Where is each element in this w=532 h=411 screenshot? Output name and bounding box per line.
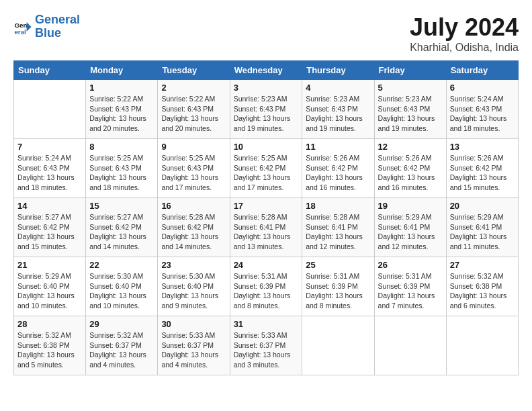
- day-info: Sunrise: 5:23 AM Sunset: 6:43 PM Dayligh…: [306, 94, 370, 134]
- month-title: July 2024: [410, 13, 519, 42]
- day-number: 3: [234, 83, 299, 93]
- calendar-cell: 28Sunrise: 5:32 AM Sunset: 6:38 PM Dayli…: [14, 316, 86, 375]
- day-info: Sunrise: 5:31 AM Sunset: 6:39 PM Dayligh…: [234, 271, 299, 311]
- day-number: 14: [17, 201, 82, 211]
- calendar-cell: 9Sunrise: 5:25 AM Sunset: 6:43 PM Daylig…: [158, 139, 230, 198]
- calendar-cell: 24Sunrise: 5:31 AM Sunset: 6:39 PM Dayli…: [230, 257, 302, 316]
- day-info: Sunrise: 5:32 AM Sunset: 6:38 PM Dayligh…: [450, 271, 515, 311]
- day-number: 21: [17, 260, 82, 270]
- calendar-cell: 7Sunrise: 5:24 AM Sunset: 6:43 PM Daylig…: [14, 139, 86, 198]
- day-number: 20: [450, 201, 515, 211]
- day-number: 6: [450, 83, 515, 93]
- day-info: Sunrise: 5:31 AM Sunset: 6:39 PM Dayligh…: [306, 271, 370, 311]
- calendar-cell: 19Sunrise: 5:29 AM Sunset: 6:41 PM Dayli…: [374, 198, 446, 257]
- day-info: Sunrise: 5:31 AM Sunset: 6:39 PM Dayligh…: [378, 271, 443, 311]
- calendar-cell: 29Sunrise: 5:32 AM Sunset: 6:37 PM Dayli…: [86, 316, 158, 375]
- day-number: 2: [161, 83, 226, 93]
- day-info: Sunrise: 5:26 AM Sunset: 6:42 PM Dayligh…: [450, 153, 515, 193]
- day-info: Sunrise: 5:22 AM Sunset: 6:43 PM Dayligh…: [161, 94, 226, 134]
- day-info: Sunrise: 5:29 AM Sunset: 6:41 PM Dayligh…: [378, 212, 443, 252]
- day-number: 28: [17, 319, 82, 329]
- day-info: Sunrise: 5:30 AM Sunset: 6:40 PM Dayligh…: [89, 271, 154, 311]
- day-number: 27: [450, 260, 515, 270]
- calendar-cell: 15Sunrise: 5:27 AM Sunset: 6:42 PM Dayli…: [86, 198, 158, 257]
- day-info: Sunrise: 5:25 AM Sunset: 6:43 PM Dayligh…: [161, 153, 226, 193]
- calendar-cell: 5Sunrise: 5:23 AM Sunset: 6:43 PM Daylig…: [374, 80, 446, 139]
- day-number: 11: [306, 142, 370, 152]
- calendar-cell: 11Sunrise: 5:26 AM Sunset: 6:42 PM Dayli…: [302, 139, 374, 198]
- calendar-cell: 16Sunrise: 5:28 AM Sunset: 6:42 PM Dayli…: [158, 198, 230, 257]
- day-number: 1: [89, 83, 154, 93]
- day-info: Sunrise: 5:27 AM Sunset: 6:42 PM Dayligh…: [17, 212, 82, 252]
- calendar-cell: 22Sunrise: 5:30 AM Sunset: 6:40 PM Dayli…: [86, 257, 158, 316]
- calendar-cell: 23Sunrise: 5:30 AM Sunset: 6:40 PM Dayli…: [158, 257, 230, 316]
- calendar-cell: 8Sunrise: 5:25 AM Sunset: 6:43 PM Daylig…: [86, 139, 158, 198]
- day-info: Sunrise: 5:24 AM Sunset: 6:43 PM Dayligh…: [450, 94, 515, 134]
- calendar-cell: 30Sunrise: 5:33 AM Sunset: 6:37 PM Dayli…: [158, 316, 230, 375]
- day-number: 10: [234, 142, 299, 152]
- day-info: Sunrise: 5:23 AM Sunset: 6:43 PM Dayligh…: [234, 94, 299, 134]
- calendar-cell: 10Sunrise: 5:25 AM Sunset: 6:42 PM Dayli…: [230, 139, 302, 198]
- calendar-cell: [374, 316, 446, 375]
- day-number: 9: [161, 142, 226, 152]
- day-number: 15: [89, 201, 154, 211]
- calendar-cell: [302, 316, 374, 375]
- day-number: 23: [161, 260, 226, 270]
- day-info: Sunrise: 5:33 AM Sunset: 6:37 PM Dayligh…: [161, 330, 226, 370]
- logo-icon: Gen eral: [13, 17, 32, 36]
- day-info: Sunrise: 5:26 AM Sunset: 6:42 PM Dayligh…: [378, 153, 443, 193]
- day-info: Sunrise: 5:27 AM Sunset: 6:42 PM Dayligh…: [89, 212, 154, 252]
- calendar-cell: 31Sunrise: 5:33 AM Sunset: 6:37 PM Dayli…: [230, 316, 302, 375]
- calendar-cell: 6Sunrise: 5:24 AM Sunset: 6:43 PM Daylig…: [446, 80, 518, 139]
- day-info: Sunrise: 5:29 AM Sunset: 6:40 PM Dayligh…: [17, 271, 82, 311]
- day-info: Sunrise: 5:24 AM Sunset: 6:43 PM Dayligh…: [17, 153, 82, 193]
- day-header-saturday: Saturday: [446, 61, 518, 80]
- day-number: 19: [378, 201, 443, 211]
- day-info: Sunrise: 5:29 AM Sunset: 6:41 PM Dayligh…: [450, 212, 515, 252]
- day-number: 17: [234, 201, 299, 211]
- day-info: Sunrise: 5:22 AM Sunset: 6:43 PM Dayligh…: [89, 94, 154, 134]
- logo-subtext: Blue: [35, 27, 80, 40]
- day-number: 13: [450, 142, 515, 152]
- day-info: Sunrise: 5:23 AM Sunset: 6:43 PM Dayligh…: [378, 94, 443, 134]
- calendar-cell: [14, 80, 86, 139]
- day-number: 30: [161, 319, 226, 329]
- day-header-monday: Monday: [86, 61, 158, 80]
- calendar-cell: 4Sunrise: 5:23 AM Sunset: 6:43 PM Daylig…: [302, 80, 374, 139]
- day-number: 4: [306, 83, 370, 93]
- day-info: Sunrise: 5:30 AM Sunset: 6:40 PM Dayligh…: [161, 271, 226, 311]
- svg-text:eral: eral: [14, 28, 26, 36]
- day-info: Sunrise: 5:25 AM Sunset: 6:43 PM Dayligh…: [89, 153, 154, 193]
- day-number: 12: [378, 142, 443, 152]
- calendar-cell: 18Sunrise: 5:28 AM Sunset: 6:41 PM Dayli…: [302, 198, 374, 257]
- calendar-table: SundayMondayTuesdayWednesdayThursdayFrid…: [13, 60, 519, 375]
- day-header-friday: Friday: [374, 61, 446, 80]
- day-info: Sunrise: 5:28 AM Sunset: 6:42 PM Dayligh…: [161, 212, 226, 252]
- calendar-cell: 26Sunrise: 5:31 AM Sunset: 6:39 PM Dayli…: [374, 257, 446, 316]
- day-header-sunday: Sunday: [14, 61, 86, 80]
- day-number: 22: [89, 260, 154, 270]
- day-number: 5: [378, 83, 443, 93]
- logo-text: General: [35, 13, 80, 27]
- calendar-cell: 13Sunrise: 5:26 AM Sunset: 6:42 PM Dayli…: [446, 139, 518, 198]
- calendar-cell: 17Sunrise: 5:28 AM Sunset: 6:41 PM Dayli…: [230, 198, 302, 257]
- day-header-tuesday: Tuesday: [158, 61, 230, 80]
- day-info: Sunrise: 5:28 AM Sunset: 6:41 PM Dayligh…: [306, 212, 370, 252]
- location: Kharhial, Odisha, India: [410, 42, 519, 54]
- day-header-thursday: Thursday: [302, 61, 374, 80]
- logo: Gen eral General Blue: [13, 13, 80, 40]
- day-number: 29: [89, 319, 154, 329]
- calendar-cell: 3Sunrise: 5:23 AM Sunset: 6:43 PM Daylig…: [230, 80, 302, 139]
- day-header-wednesday: Wednesday: [230, 61, 302, 80]
- day-number: 16: [161, 201, 226, 211]
- day-number: 8: [89, 142, 154, 152]
- day-number: 7: [17, 142, 82, 152]
- day-info: Sunrise: 5:32 AM Sunset: 6:37 PM Dayligh…: [89, 330, 154, 370]
- day-number: 25: [306, 260, 370, 270]
- day-info: Sunrise: 5:33 AM Sunset: 6:37 PM Dayligh…: [234, 330, 299, 370]
- calendar-cell: 12Sunrise: 5:26 AM Sunset: 6:42 PM Dayli…: [374, 139, 446, 198]
- svg-marker-2: [27, 22, 32, 32]
- calendar-cell: 1Sunrise: 5:22 AM Sunset: 6:43 PM Daylig…: [86, 80, 158, 139]
- day-info: Sunrise: 5:26 AM Sunset: 6:42 PM Dayligh…: [306, 153, 370, 193]
- day-info: Sunrise: 5:28 AM Sunset: 6:41 PM Dayligh…: [234, 212, 299, 252]
